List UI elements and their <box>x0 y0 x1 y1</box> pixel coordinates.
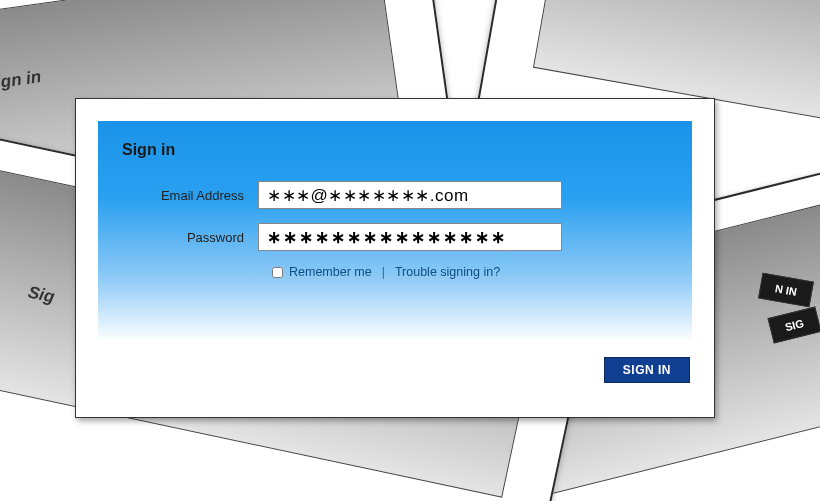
email-label: Email Address <box>122 188 258 203</box>
signin-card: Sign in Email Address Password Remember … <box>75 98 715 418</box>
email-row: Email Address <box>122 181 668 209</box>
password-label: Password <box>122 230 258 245</box>
signin-button-area: SIGN IN <box>98 357 692 383</box>
trouble-signing-in-link[interactable]: Trouble signing in? <box>395 265 500 279</box>
password-field[interactable] <box>258 223 562 251</box>
email-field[interactable] <box>258 181 562 209</box>
options-row: Remember me | Trouble signing in? <box>272 265 668 279</box>
panel-title: Sign in <box>122 141 668 159</box>
signin-panel: Sign in Email Address Password Remember … <box>98 121 692 339</box>
remember-me-label: Remember me <box>289 265 372 279</box>
signin-button[interactable]: SIGN IN <box>604 357 690 383</box>
remember-me-checkbox[interactable] <box>272 267 283 278</box>
password-row: Password <box>122 223 668 251</box>
options-divider: | <box>382 265 385 279</box>
